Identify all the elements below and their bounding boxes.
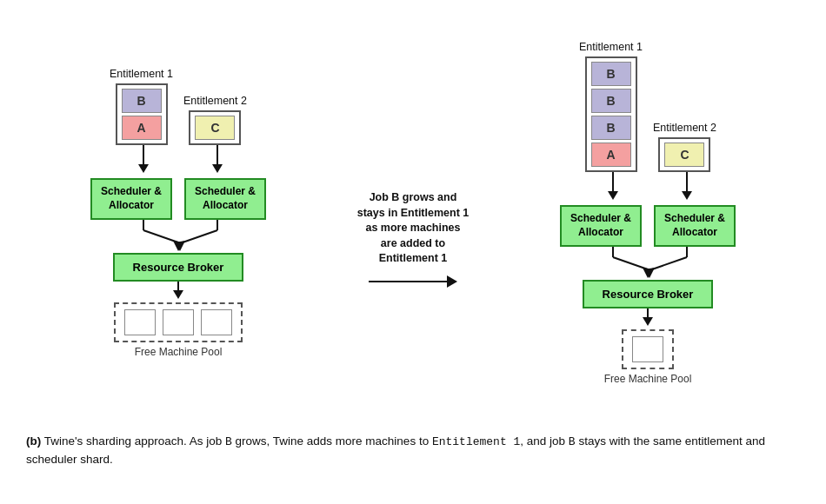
svg-line-15 bbox=[613, 257, 648, 269]
svg-marker-13 bbox=[682, 191, 692, 200]
right-broker-arrows bbox=[552, 247, 743, 280]
left-job-b: B bbox=[122, 89, 162, 113]
middle-arrow-area: Job B grows andstays in Entitlement 1as … bbox=[326, 138, 500, 288]
left-job-c: C bbox=[195, 116, 235, 140]
right-entitlement2: Entitlement 2 C bbox=[653, 122, 716, 172]
left-ent1-box: B A bbox=[116, 83, 168, 145]
svg-marker-1 bbox=[138, 164, 149, 173]
svg-marker-3 bbox=[212, 164, 223, 173]
right-ent2-box: C bbox=[658, 137, 710, 172]
left-broker-svg bbox=[83, 220, 274, 253]
left-ent2-box: C bbox=[189, 110, 241, 145]
right-scheduler1: Scheduler &Allocator bbox=[560, 205, 642, 246]
right-job-a: A bbox=[591, 143, 631, 167]
right-branch-svg bbox=[552, 172, 743, 205]
svg-line-5 bbox=[143, 230, 178, 242]
left-diagram: Entitlement 1 B A Entitlement 2 C bbox=[30, 68, 326, 357]
right-branch-arrows bbox=[552, 172, 743, 205]
caption-text3: , and job bbox=[520, 434, 569, 448]
arrow-line bbox=[369, 275, 457, 288]
left-ent1-label: Entitlement 1 bbox=[110, 68, 173, 80]
right-scheduler-row: Scheduler &Allocator Scheduler &Allocato… bbox=[560, 205, 736, 246]
left-pool-container: Free Machine Pool bbox=[114, 302, 243, 358]
left-pool-box bbox=[114, 302, 243, 342]
left-pool-label: Free Machine Pool bbox=[135, 346, 223, 358]
right-broker-svg bbox=[552, 247, 743, 280]
right-job-b1: B bbox=[591, 62, 631, 86]
left-scheduler-row: Scheduler &Allocator Scheduler &Allocato… bbox=[90, 178, 266, 219]
caption-text2: grows, Twine adds more machines to bbox=[232, 434, 432, 448]
caption-bold: (b) bbox=[26, 434, 41, 448]
caption-mono2: Entitlement 1 bbox=[432, 435, 520, 448]
left-scheduler2: Scheduler &Allocator bbox=[184, 178, 266, 219]
right-diagram: Entitlement 1 B B B A Entitlement 2 C bbox=[500, 41, 796, 384]
right-ent2-label: Entitlement 2 bbox=[653, 122, 716, 134]
left-machine-1 bbox=[124, 309, 156, 335]
right-broker-box: Resource Broker bbox=[583, 280, 713, 308]
right-pool-down-arrow bbox=[643, 308, 653, 326]
right-pool-label: Free Machine Pool bbox=[604, 373, 692, 385]
right-job-c: C bbox=[664, 143, 704, 167]
right-machine-1 bbox=[632, 336, 663, 362]
caption-area: (b) Twine's sharding approach. As job B … bbox=[0, 426, 826, 475]
caption-mono3: B bbox=[569, 435, 576, 448]
left-pool-down-arrow bbox=[173, 282, 183, 299]
right-scheduler2: Scheduler &Allocator bbox=[654, 205, 736, 246]
left-broker-box: Resource Broker bbox=[113, 253, 243, 282]
arrow-head bbox=[447, 275, 457, 288]
left-job-a: A bbox=[122, 116, 162, 140]
left-branch-arrows bbox=[83, 145, 274, 178]
left-broker-arrows bbox=[83, 220, 274, 253]
right-pool-box bbox=[622, 329, 674, 369]
right-pool-container: Free Machine Pool bbox=[604, 329, 692, 385]
right-job-b2: B bbox=[591, 89, 631, 113]
right-entitlement1: Entitlement 1 B B B A bbox=[579, 41, 643, 172]
left-scheduler1: Scheduler &Allocator bbox=[90, 178, 172, 219]
caption-text1: Twine's sharding approach. As job bbox=[44, 434, 225, 448]
arrow-shaft bbox=[369, 281, 447, 282]
right-ent1-box: B B B A bbox=[585, 56, 637, 172]
right-job-b3: B bbox=[591, 116, 631, 140]
svg-line-8 bbox=[183, 230, 217, 242]
left-entitlements-row: Entitlement 1 B A Entitlement 2 C bbox=[110, 68, 247, 145]
caption-mono1: B bbox=[225, 435, 232, 448]
left-entitlement2: Entitlement 2 C bbox=[183, 95, 247, 145]
left-branch-svg bbox=[83, 145, 274, 178]
diagram-area: Entitlement 1 B A Entitlement 2 C bbox=[0, 0, 826, 426]
right-entitlements-row: Entitlement 1 B B B A Entitlement 2 C bbox=[579, 41, 716, 172]
arrow-text: Job B grows andstays in Entitlement 1as … bbox=[357, 190, 470, 267]
left-machine-2 bbox=[163, 309, 194, 335]
left-machine-3 bbox=[201, 309, 232, 335]
svg-marker-11 bbox=[608, 191, 618, 200]
left-ent2-label: Entitlement 2 bbox=[183, 95, 247, 107]
svg-line-18 bbox=[652, 257, 687, 269]
left-entitlement1: Entitlement 1 B A bbox=[110, 68, 173, 145]
right-ent1-label: Entitlement 1 bbox=[579, 41, 643, 53]
